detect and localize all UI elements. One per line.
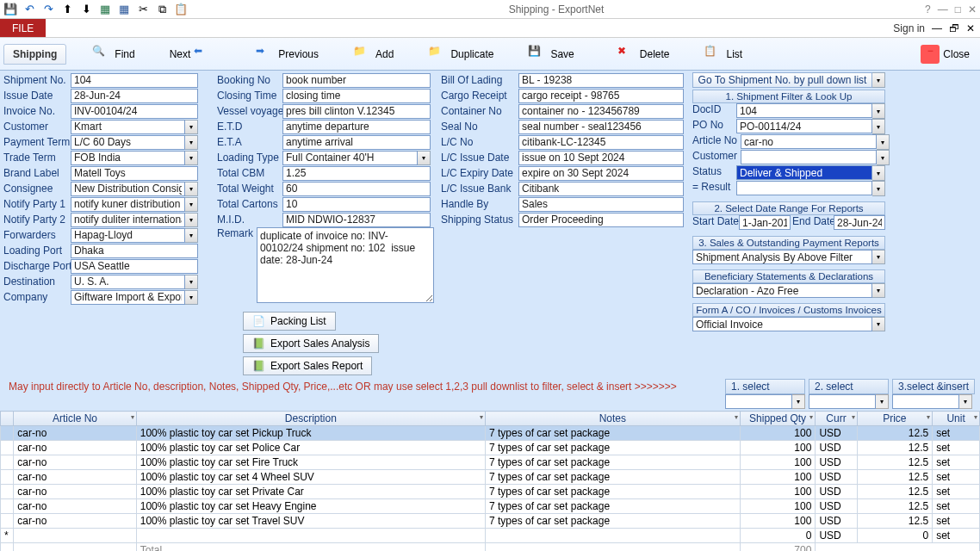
add-button[interactable]: 📁Add — [346, 42, 400, 66]
forwarders-dropdown[interactable]: ▾ — [185, 228, 198, 243]
cell-notes[interactable]: 7 types of car set package — [486, 514, 741, 529]
cell-price[interactable]: 12.5 — [857, 485, 933, 499]
loading-port-field[interactable] — [71, 244, 198, 258]
forwarders-field[interactable] — [71, 228, 185, 243]
row-selector[interactable]: * — [1, 529, 14, 543]
col-price[interactable]: Price▾ — [857, 412, 933, 426]
consignee-field[interactable] — [71, 182, 185, 196]
cell-curr[interactable]: USD — [816, 426, 857, 441]
cell-article[interactable]: car-no — [14, 426, 136, 441]
col-curr[interactable]: Curr▾ — [816, 412, 857, 426]
closing-time-field[interactable] — [282, 89, 431, 103]
cell-price[interactable]: 0 — [857, 529, 933, 543]
table-row[interactable]: car-no 100% plastic toy car set Fire Tru… — [1, 455, 980, 470]
cell-unit[interactable]: set — [933, 529, 980, 543]
discharge-port-field[interactable] — [71, 259, 198, 274]
cell-qty[interactable]: 0 — [740, 529, 816, 543]
signin-link[interactable]: Sign in — [893, 22, 925, 34]
select1-field[interactable] — [725, 394, 792, 409]
articleno-field[interactable] — [741, 134, 877, 149]
cell-curr[interactable]: USD — [816, 455, 857, 470]
loading-type-field[interactable] — [282, 151, 418, 165]
row-selector-header[interactable] — [1, 412, 14, 426]
save-icon[interactable]: 💾 — [3, 3, 17, 16]
booking-no-field[interactable] — [282, 73, 431, 88]
lc-no-field[interactable] — [518, 135, 684, 150]
list-button[interactable]: 📋List — [697, 42, 749, 66]
table-row[interactable]: car-no 100% plastic toy car set Police C… — [1, 441, 980, 455]
shipping-status-field[interactable] — [518, 213, 684, 227]
notify2-field[interactable] — [71, 213, 185, 227]
trade-term-dropdown[interactable]: ▾ — [185, 151, 198, 165]
cell-description[interactable]: 100% plastic toy car set 4 Wheel SUV — [136, 470, 485, 485]
col-notes[interactable]: Notes▾ — [486, 412, 741, 426]
select2-field[interactable] — [809, 394, 876, 409]
cell-notes[interactable] — [486, 529, 741, 543]
cell-qty[interactable]: 100 — [740, 485, 816, 499]
docid-dropdown[interactable]: ▾ — [872, 103, 885, 119]
cell-price[interactable]: 12.5 — [857, 514, 933, 529]
cell-qty[interactable]: 100 — [740, 514, 816, 529]
excel-icon[interactable]: ▦ — [98, 3, 112, 16]
loading-type-dropdown[interactable]: ▾ — [418, 151, 431, 165]
tab-shipping[interactable]: Shipping — [3, 44, 66, 65]
cell-article[interactable]: car-no — [14, 514, 136, 529]
sales-report-select[interactable] — [692, 250, 872, 264]
cell-curr[interactable]: USD — [816, 441, 857, 455]
lc-issue-date-field[interactable] — [518, 151, 684, 165]
export-report-button[interactable]: 📗Export Sales Report — [243, 356, 372, 375]
minimize-icon[interactable]: — — [938, 3, 948, 15]
startdate-field[interactable] — [739, 215, 791, 230]
destination-field[interactable] — [71, 275, 185, 289]
word-icon[interactable]: ▦ — [117, 3, 131, 16]
cell-article[interactable] — [14, 529, 136, 543]
total-weight-field[interactable] — [282, 182, 431, 196]
redo-icon[interactable]: ↷ — [41, 3, 55, 16]
col-article[interactable]: Article No▾ — [14, 412, 136, 426]
lc-issue-bank-field[interactable] — [518, 182, 684, 196]
sort-desc-icon[interactable]: ⬇ — [79, 3, 93, 16]
container-no-field[interactable] — [518, 104, 684, 119]
cell-price[interactable]: 12.5 — [857, 441, 933, 455]
cell-price[interactable]: 12.5 — [857, 470, 933, 485]
cell-qty[interactable]: 100 — [740, 455, 816, 470]
cell-qty[interactable]: 100 — [740, 470, 816, 485]
beneficiary-select[interactable] — [692, 283, 872, 298]
select1-dropdown[interactable]: ▾ — [792, 394, 805, 409]
find-button[interactable]: 🔍Find — [85, 42, 141, 66]
handle-by-field[interactable] — [518, 197, 684, 212]
sort-asc-icon[interactable]: ⬆ — [60, 3, 74, 16]
cell-curr[interactable]: USD — [816, 485, 857, 499]
consignee-dropdown[interactable]: ▾ — [185, 182, 198, 196]
col-unit[interactable]: Unit▾ — [933, 412, 980, 426]
cell-notes[interactable]: 7 types of car set package — [486, 455, 741, 470]
beneficiary-dropdown[interactable]: ▾ — [872, 283, 885, 298]
notify1-dropdown[interactable]: ▾ — [185, 197, 198, 212]
cell-article[interactable]: car-no — [14, 485, 136, 499]
invoice-no-field[interactable] — [71, 104, 198, 119]
cell-description[interactable]: 100% plastic toy car set Travel SUV — [136, 514, 485, 529]
side-status-field[interactable] — [736, 165, 872, 180]
cell-curr[interactable]: USD — [816, 514, 857, 529]
articleno-dropdown[interactable]: ▾ — [877, 134, 890, 150]
save-button[interactable]: 💾Save — [521, 42, 580, 66]
docid-field[interactable] — [736, 103, 872, 118]
table-row[interactable]: car-no 100% plastic toy car set Heavy En… — [1, 499, 980, 514]
pono-dropdown[interactable]: ▾ — [872, 119, 885, 134]
issue-date-field[interactable] — [71, 89, 198, 103]
restore-icon[interactable]: □ — [955, 3, 961, 15]
cell-article[interactable]: car-no — [14, 455, 136, 470]
forma-select[interactable] — [692, 317, 872, 331]
destination-dropdown[interactable]: ▾ — [185, 275, 198, 289]
cell-qty[interactable]: 100 — [740, 499, 816, 514]
forma-dropdown[interactable]: ▾ — [872, 317, 885, 331]
row-selector[interactable] — [1, 499, 14, 514]
paste-icon[interactable]: 📋 — [174, 3, 188, 16]
cell-curr[interactable]: USD — [816, 470, 857, 485]
row-selector[interactable] — [1, 485, 14, 499]
enddate-field[interactable] — [834, 215, 885, 230]
row-selector[interactable] — [1, 441, 14, 455]
cargo-receipt-field[interactable] — [518, 89, 684, 103]
cell-description[interactable]: 100% plastic toy car set Private Car — [136, 485, 485, 499]
side-status-dropdown[interactable]: ▾ — [872, 165, 885, 181]
